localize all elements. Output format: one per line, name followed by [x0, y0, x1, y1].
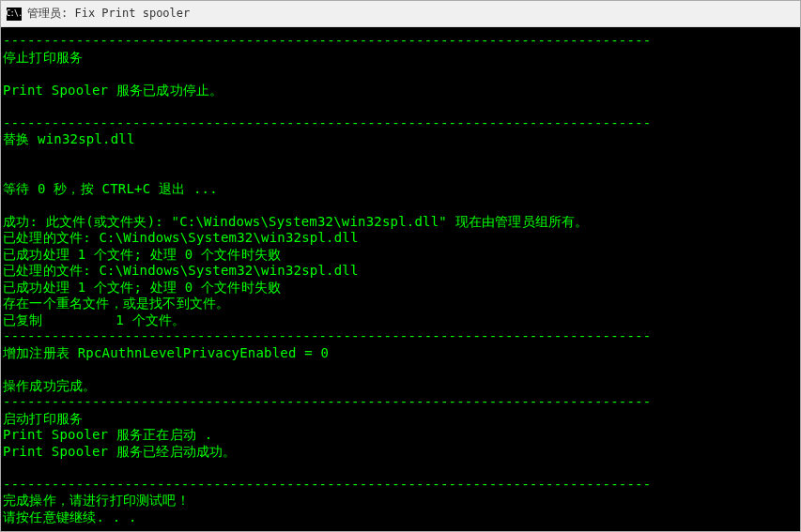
- terminal-line: Print Spooler 服务正在启动 .: [3, 427, 798, 444]
- terminal-line: ----------------------------------------…: [3, 33, 798, 50]
- terminal-line: Print Spooler 服务已成功停止。: [3, 83, 798, 99]
- terminal-line: Print Spooler 服务已经启动成功。: [3, 444, 798, 461]
- terminal-line: 请按任意键继续. . .: [3, 509, 798, 526]
- window-title: 管理员: Fix Print spooler: [27, 6, 190, 22]
- terminal-line: ----------------------------------------…: [3, 394, 798, 411]
- terminal-line: [3, 66, 798, 83]
- console-window: C:\. 管理员: Fix Print spooler ------------…: [0, 0, 801, 532]
- terminal-line: 已处理的文件: C:\Windows\System32\win32spl.dll: [3, 263, 798, 280]
- terminal-line: ----------------------------------------…: [3, 477, 798, 494]
- terminal-line: 已复制 1 个文件。: [3, 312, 798, 329]
- terminal-line: [3, 148, 798, 165]
- terminal-line: 等待 0 秒，按 CTRL+C 退出 ...: [3, 181, 798, 198]
- terminal-line: 停止打印服务: [3, 50, 798, 67]
- titlebar[interactable]: C:\. 管理员: Fix Print spooler: [1, 1, 800, 27]
- terminal-line: 增加注册表 RpcAuthnLevelPrivacyEnabled = 0: [3, 345, 798, 362]
- terminal-line: 替换 win32spl.dll: [3, 131, 798, 148]
- terminal-line: 已处理的文件: C:\Windows\System32\win32spl.dll: [3, 230, 798, 247]
- terminal-line: 完成操作，请进行打印测试吧！: [3, 493, 798, 509]
- terminal-line: 存在一个重名文件，或是找不到文件。: [3, 296, 798, 312]
- terminal-line: 成功: 此文件(或文件夹): "C:\Windows\System32\win3…: [3, 214, 798, 231]
- terminal-line: ----------------------------------------…: [3, 328, 798, 345]
- terminal-line: 已成功处理 1 个文件; 处理 0 个文件时失败: [3, 247, 798, 264]
- terminal-output[interactable]: ----------------------------------------…: [1, 27, 800, 531]
- terminal-line: 启动打印服务: [3, 411, 798, 428]
- terminal-line: [3, 197, 798, 214]
- cmd-icon: C:\.: [7, 8, 22, 21]
- terminal-line: 已成功处理 1 个文件; 处理 0 个文件时失败: [3, 280, 798, 296]
- terminal-line: [3, 460, 798, 477]
- terminal-line: [3, 99, 798, 115]
- terminal-line: ----------------------------------------…: [3, 115, 798, 132]
- terminal-line: [3, 164, 798, 181]
- terminal-line: [3, 361, 798, 378]
- terminal-line: 操作成功完成。: [3, 378, 798, 395]
